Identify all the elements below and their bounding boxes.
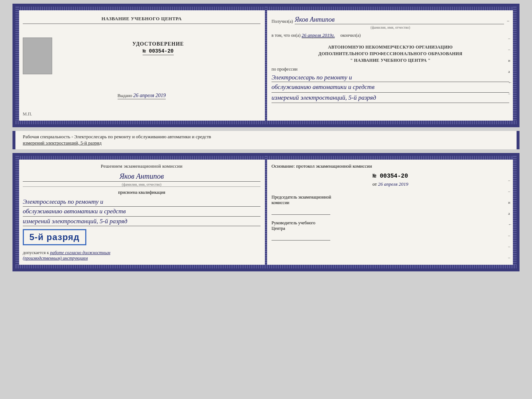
- head-block: Руководитель учебного Центра: [272, 220, 509, 241]
- bside-3: и: [508, 200, 512, 204]
- side-marks-bottom: – – и а ← – – –: [508, 178, 512, 260]
- qual-line3: измерений электростанций, 5-й разряд: [23, 217, 260, 227]
- dopusk-text: работе согласно должностным: [50, 250, 110, 255]
- left-middle-section: УДОСТОВЕРЕНИЕ № 00354-20: [23, 38, 260, 74]
- recipient-name: Яков Антипов: [295, 16, 504, 24]
- bottom-spread: Решением экзаменационной комиссии Яков А…: [12, 153, 520, 272]
- profession-line2: обслуживанию автоматики и средств: [272, 82, 509, 92]
- bottom-right-page: Основание: протокол экзаменационной коми…: [266, 156, 517, 269]
- protocol-date: от 26 апреля 2019: [272, 181, 509, 187]
- bside-4: а: [508, 211, 512, 215]
- profession-line1: Электрослесарь по ремонту и: [272, 73, 509, 82]
- side-mark-6: –: [508, 91, 512, 96]
- qualification-label: присвоена квалификация: [23, 190, 260, 195]
- side-mark-5: ←: [508, 80, 512, 85]
- protocol-date-prefix: от: [373, 181, 377, 187]
- middle-band: Рабочая специальность - Электрослесарь п…: [12, 131, 520, 149]
- middle-text1: Рабочая специальность - Электрослесарь п…: [23, 134, 211, 139]
- bside-2: –: [508, 189, 512, 193]
- chairman-line2: комиссии: [272, 200, 290, 205]
- rank-stamp: 5-й разряд: [23, 229, 86, 245]
- head-signature-line: [272, 233, 330, 241]
- top-right-page: Получил(а) Яков Антипов – (фамилия, имя,…: [266, 7, 517, 124]
- middle-text2: измерений электростанций, 5-й разряд: [23, 140, 101, 146]
- top-org-title: НАЗВАНИЕ УЧЕБНОГО ЦЕНТРА: [23, 16, 260, 24]
- bside-6: –: [508, 233, 512, 238]
- org-line2: ДОПОЛНИТЕЛЬНОГО ПРОФЕССИОНАЛЬНОГО ОБРАЗО…: [272, 50, 509, 57]
- side-marks-top: – – и а ← –: [508, 36, 512, 96]
- issued-label: Выдано: [118, 93, 132, 98]
- rank-text: 5-й разряд: [29, 232, 80, 242]
- profession-line3: измерений электростанций, 5-й разряд: [272, 93, 509, 103]
- cert-date-line: в том, что он(а) 26 апреля 2019г. окончи…: [272, 32, 509, 38]
- commission-title: Решением экзаменационной комиссии: [23, 163, 260, 169]
- recipient-prefix: Получил(а): [272, 19, 293, 24]
- bottom-left-page: Решением экзаменационной комиссии Яков А…: [15, 156, 266, 269]
- qual-line1: Электрослесарь по ремонту и: [23, 197, 260, 207]
- dopusk-text2: (производственным) инструкциям: [23, 256, 260, 261]
- side-mark-2: –: [508, 47, 512, 51]
- date-prefix: в том, что он(а): [272, 33, 301, 38]
- stamp-line: М.П.: [23, 111, 32, 117]
- protocol-date-value: 26 апреля 2019: [378, 181, 408, 187]
- cert-label: УДОСТОВЕРЕНИЕ: [132, 41, 184, 47]
- date-suffix: окончил(а): [340, 33, 360, 38]
- bside-8: –: [508, 255, 512, 260]
- protocol-number: № 00354-20: [272, 173, 509, 179]
- issued-date: 26 апреля 2019: [133, 93, 166, 98]
- head-line2: Центра: [272, 226, 285, 231]
- date-value: 26 апреля 2019г.: [302, 32, 335, 38]
- top-left-page: НАЗВАНИЕ УЧЕБНОГО ЦЕНТРА УДОСТОВЕРЕНИЕ №…: [15, 7, 266, 124]
- issued-block: Выдано 26 апреля 2019: [23, 92, 260, 99]
- chairman-signature-line: [272, 207, 330, 215]
- chairman-block: Председатель экзаменационной комиссии: [272, 195, 509, 215]
- recipient-line: Получил(а) Яков Антипов –: [272, 16, 509, 24]
- dash: –: [506, 18, 509, 24]
- side-mark-3: и: [508, 58, 512, 63]
- bside-7: –: [508, 244, 512, 249]
- side-mark-4: а: [508, 69, 512, 74]
- top-spread: НАЗВАНИЕ УЧЕБНОГО ЦЕНТРА УДОСТОВЕРЕНИЕ №…: [12, 4, 520, 127]
- bside-5: ←: [508, 222, 512, 227]
- org-line1: АВТОНОМНУЮ НЕКОММЕРЧЕСКУЮ ОРГАНИЗАЦИЮ: [272, 44, 509, 50]
- bside-1: –: [508, 178, 512, 182]
- dopusk-line: допускается к работе согласно должностны…: [23, 250, 260, 256]
- photo-placeholder: [23, 38, 52, 74]
- basis-title: Основание: протокол экзаменационной коми…: [272, 163, 509, 169]
- cert-info-block: УДОСТОВЕРЕНИЕ № 00354-20: [56, 38, 260, 55]
- cert-number: № 00354-20: [143, 48, 173, 55]
- head-line1: Руководитель учебного: [272, 220, 315, 225]
- org-block: АВТОНОМНУЮ НЕКОММЕРЧЕСКУЮ ОРГАНИЗАЦИЮ ДО…: [272, 44, 509, 64]
- dopusk-prefix: допускается к: [23, 250, 49, 255]
- side-mark-1: –: [508, 36, 512, 40]
- profession-label: по профессии: [272, 67, 509, 72]
- fio-hint-top: (фамилия, имя, отчество): [272, 25, 509, 29]
- chairman-line1: Председатель экзаменационной: [272, 195, 331, 200]
- chairman-role: Председатель экзаменационной комиссии: [272, 195, 509, 206]
- head-role: Руководитель учебного Центра: [272, 220, 509, 231]
- qual-line2: обслуживанию автоматики и средств: [23, 207, 260, 217]
- fio-hint-bottom: (фамилия, имя, отчество): [23, 182, 260, 187]
- org-line3: " НАЗВАНИЕ УЧЕБНОГО ЦЕНТРА ": [272, 57, 509, 64]
- person-name-large: Яков Антипов: [23, 172, 260, 182]
- issued-line: Выдано 26 апреля 2019: [118, 93, 166, 99]
